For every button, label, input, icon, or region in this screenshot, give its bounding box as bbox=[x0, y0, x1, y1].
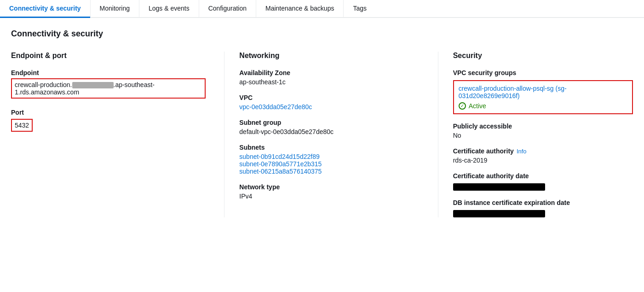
vpc-link[interactable]: vpc-0e03dda05e27de80c bbox=[239, 103, 419, 111]
security-column: Security VPC security groups crewcall-pr… bbox=[438, 52, 633, 217]
endpoint-value-box: crewcall-production..ap-southeast-1.rds.… bbox=[11, 78, 206, 99]
subnet-group-value: default-vpc-0e03dda05e27de80c bbox=[239, 128, 419, 135]
active-circle-icon bbox=[459, 102, 466, 110]
networking-column: Networking Availability Zone ap-southeas… bbox=[224, 52, 437, 217]
subnet3-link[interactable]: subnet-06215a8a576140375 bbox=[239, 168, 419, 175]
cert-authority-date-redacted bbox=[453, 183, 545, 191]
subnet2-link[interactable]: subnet-0e7890a5771e2b315 bbox=[239, 160, 419, 168]
security-title: Security bbox=[453, 52, 633, 60]
db-cert-expiry-redacted bbox=[453, 210, 545, 217]
main-content: Connectivity & security Endpoint & port … bbox=[0, 18, 644, 228]
tab-tags[interactable]: Tags bbox=[343, 0, 376, 18]
page-title: Connectivity & security bbox=[11, 29, 633, 39]
port-label: Port bbox=[11, 109, 206, 116]
active-label: Active bbox=[469, 102, 486, 110]
network-type-value: IPv4 bbox=[239, 193, 419, 200]
endpoint-port-title: Endpoint & port bbox=[11, 52, 206, 60]
publicly-accessible-label: Publicly accessible bbox=[453, 123, 633, 130]
tab-monitoring[interactable]: Monitoring bbox=[90, 0, 139, 18]
active-badge: Active bbox=[459, 102, 627, 110]
port-value-box: 5432 bbox=[11, 119, 33, 132]
networking-title: Networking bbox=[239, 52, 419, 60]
tab-configuration[interactable]: Configuration bbox=[199, 0, 256, 18]
vpc-sg-label: VPC security groups bbox=[453, 69, 633, 76]
az-value: ap-southeast-1c bbox=[239, 78, 419, 86]
endpoint-prefix: crewcall-production. bbox=[15, 81, 72, 88]
az-label: Availability Zone bbox=[239, 69, 419, 76]
port-value: 5432 bbox=[15, 122, 29, 129]
publicly-accessible-value: No bbox=[453, 132, 633, 139]
security-group-link[interactable]: crewcall-production-allow-psql-sg (sg-03… bbox=[459, 85, 627, 99]
subnet1-link[interactable]: subnet-0b91cd24d15d22f89 bbox=[239, 153, 419, 160]
cert-authority-label: Certificate authority bbox=[453, 147, 514, 155]
cert-authority-label-row: Certificate authority Info bbox=[453, 147, 633, 155]
tab-maintenance[interactable]: Maintenance & backups bbox=[256, 0, 343, 18]
endpoint-label: Endpoint bbox=[11, 69, 206, 76]
security-inner: Security VPC security groups crewcall-pr… bbox=[438, 52, 633, 217]
security-group-box: crewcall-production-allow-psql-sg (sg-03… bbox=[453, 80, 633, 114]
endpoint-redacted bbox=[72, 82, 114, 88]
tabs-bar: Connectivity & security Monitoring Logs … bbox=[0, 0, 644, 18]
tab-logs[interactable]: Logs & events bbox=[139, 0, 199, 18]
columns-container: Endpoint & port Endpoint crewcall-produc… bbox=[11, 52, 633, 217]
cert-authority-value: rds-ca-2019 bbox=[453, 157, 633, 164]
subnet-group-label: Subnet group bbox=[239, 119, 419, 126]
subnets-label: Subnets bbox=[239, 144, 419, 151]
vpc-label: VPC bbox=[239, 94, 419, 101]
cert-authority-date-label: Certificate authority date bbox=[453, 172, 633, 180]
tab-connectivity[interactable]: Connectivity & security bbox=[0, 0, 90, 18]
networking-inner: Networking Availability Zone ap-southeas… bbox=[224, 52, 419, 200]
db-cert-expiry-label: DB instance certificate expiration date bbox=[453, 199, 633, 206]
cert-authority-info-link[interactable]: Info bbox=[517, 148, 527, 155]
network-type-label: Network type bbox=[239, 183, 419, 191]
endpoint-port-column: Endpoint & port Endpoint crewcall-produc… bbox=[11, 52, 224, 217]
